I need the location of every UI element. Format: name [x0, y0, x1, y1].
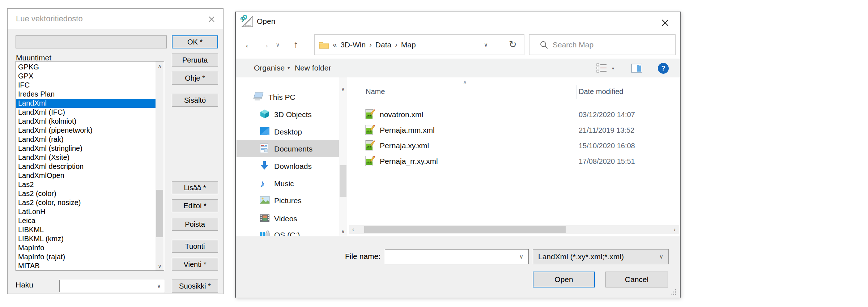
- converter-item[interactable]: LandXmlOpen: [16, 171, 156, 180]
- converter-item[interactable]: LandXml description: [16, 162, 156, 171]
- scrollbar-right-button[interactable]: ›: [670, 225, 679, 234]
- ok-button[interactable]: OK *: [172, 35, 218, 48]
- arrow-right-icon: →: [260, 39, 270, 50]
- converter-item[interactable]: MITAB: [16, 261, 156, 270]
- resize-grip[interactable]: [670, 289, 677, 295]
- search-icon: [540, 40, 548, 49]
- file-row[interactable]: ‹++ Pernaja.xy.xml 15/10/2020 16:08: [349, 138, 679, 153]
- converter-item[interactable]: IFC: [16, 81, 156, 90]
- converter-item[interactable]: Las2: [16, 180, 156, 189]
- close-icon: [661, 18, 669, 27]
- column-header-name[interactable]: Name: [366, 88, 385, 96]
- sidebar-item-3d-objects[interactable]: 3D Objects: [237, 106, 339, 123]
- cancel-button[interactable]: Cancel: [605, 272, 668, 287]
- scrollbar-thumb[interactable]: [340, 165, 346, 197]
- content-button[interactable]: Sisältö: [172, 94, 218, 107]
- converter-item[interactable]: LandXml (Xsite): [16, 153, 156, 162]
- scrollbar-down-button[interactable]: ∨: [156, 261, 164, 270]
- column-divider[interactable]: [576, 85, 577, 99]
- up-button[interactable]: ↑: [289, 34, 303, 55]
- address-bar[interactable]: « 3D-Win › Data › Map ∨ ↻: [314, 34, 524, 55]
- scrollbar-thumb[interactable]: [364, 226, 566, 233]
- sidebar-item-music[interactable]: ♪ Music: [237, 175, 339, 192]
- sidebar-item-os-c[interactable]: OS (C:): [237, 226, 339, 236]
- sidebar-item-pictures[interactable]: Pictures: [237, 192, 339, 209]
- new-folder-button[interactable]: New folder: [295, 59, 331, 77]
- column-header-date-modified[interactable]: Date modified: [579, 88, 623, 96]
- edit-button[interactable]: Editoi *: [172, 199, 218, 212]
- close-button[interactable]: [207, 14, 217, 24]
- refresh-button[interactable]: ↻: [502, 35, 524, 55]
- breadcrumb-segment[interactable]: 3D-Win: [337, 35, 369, 55]
- converter-item[interactable]: LandXml (kolmiot): [16, 117, 156, 126]
- horizontal-scrollbar[interactable]: ‹ ›: [349, 225, 679, 234]
- converter-item[interactable]: LIBKML: [16, 225, 156, 234]
- converter-item[interactable]: LandXml (rak): [16, 135, 156, 144]
- search-box[interactable]: [529, 34, 676, 55]
- breadcrumb-segment[interactable]: Data: [372, 35, 395, 55]
- converter-item[interactable]: MapInfo (rajat): [16, 252, 156, 261]
- converter-item[interactable]: GPX: [16, 72, 156, 81]
- converter-item[interactable]: LIBKML (kmz): [16, 234, 156, 243]
- scrollbar-thumb[interactable]: [156, 190, 163, 237]
- converter-items: GPKG GPX IFC Iredes Plan LandXml LandXml…: [16, 63, 156, 270]
- add-button[interactable]: Lisää *: [172, 181, 218, 194]
- scrollbar-up-button[interactable]: ∧: [339, 85, 347, 94]
- converter-item[interactable]: GPKG: [16, 63, 156, 72]
- sidebar-item-this-pc[interactable]: This PC: [237, 89, 339, 106]
- left-dialog-title: Lue vektoritiedosto: [16, 14, 83, 24]
- chevron-down-icon[interactable]: ∨: [157, 283, 161, 289]
- recent-locations-button[interactable]: ∨: [273, 34, 283, 55]
- file-name-input[interactable]: [387, 250, 514, 263]
- breadcrumb-overflow-chevron[interactable]: «: [329, 40, 337, 49]
- export-button[interactable]: Vienti *: [172, 258, 218, 271]
- os-drive-icon: [260, 230, 271, 236]
- close-button[interactable]: [660, 17, 671, 28]
- converter-item[interactable]: Leica: [16, 216, 156, 225]
- sidebar-item-videos[interactable]: Videos: [237, 210, 339, 227]
- details-view-button[interactable]: [596, 63, 607, 74]
- cancel-button[interactable]: Peruuta: [172, 54, 218, 67]
- converter-item[interactable]: LandXml (stringline): [16, 144, 156, 153]
- search-combobox[interactable]: ∨: [59, 280, 164, 292]
- converter-item[interactable]: Iredes Plan: [16, 90, 156, 99]
- arrow-left-icon: ←: [244, 39, 254, 50]
- delete-button[interactable]: Poista: [172, 218, 218, 231]
- import-button[interactable]: Tuonti: [172, 240, 218, 253]
- scrollbar-down-button[interactable]: ∨: [339, 227, 347, 236]
- computer-icon: [253, 92, 264, 103]
- help-button[interactable]: ?: [658, 63, 669, 74]
- converter-item[interactable]: LatLonH: [16, 207, 156, 216]
- scrollbar-left-button[interactable]: ‹: [349, 225, 358, 234]
- file-row[interactable]: ‹++ novatron.xml 03/12/2020 14:07: [349, 107, 679, 122]
- sidebar-scrollbar[interactable]: ∧ ∨: [339, 77, 347, 236]
- breadcrumb-segment[interactable]: Map: [397, 35, 420, 55]
- converter-item[interactable]: MapInfo: [16, 243, 156, 252]
- view-dropdown-caret-icon[interactable]: ▾: [612, 66, 614, 71]
- address-dropdown-chevron-icon[interactable]: ∨: [484, 42, 488, 48]
- file-type-dropdown[interactable]: LandXml (*.xy*.xml;*.xml) ∨: [533, 249, 669, 264]
- chevron-down-icon[interactable]: ∨: [519, 253, 523, 260]
- sidebar-item-documents[interactable]: Documents: [237, 140, 339, 157]
- converter-item[interactable]: LandXml (pipenetwork): [16, 126, 156, 135]
- file-row[interactable]: ‹++ Pernaja_rr.xy.xml 17/08/2020 15:51: [349, 153, 679, 169]
- converter-item[interactable]: Las2 (color, nosize): [16, 198, 156, 207]
- back-button[interactable]: ←: [242, 34, 256, 55]
- search-input[interactable]: [553, 36, 672, 53]
- preview-pane-button[interactable]: [631, 64, 642, 74]
- help-button[interactable]: Ohje *: [172, 72, 218, 85]
- sidebar-item-desktop[interactable]: Desktop: [237, 123, 339, 140]
- scrollbar-up-button[interactable]: ∧: [156, 61, 164, 71]
- forward-button[interactable]: →: [258, 34, 272, 55]
- favorite-button[interactable]: Suosikki *: [172, 280, 218, 293]
- converter-item[interactable]: LandXml (IFC): [16, 108, 156, 117]
- organise-menu-button[interactable]: Organise ▾: [254, 59, 290, 77]
- converter-list-scrollbar[interactable]: ∧ ∨: [156, 61, 164, 270]
- file-row[interactable]: ‹++ Pernaja.mm.xml 21/11/2019 13:52: [349, 122, 679, 138]
- converter-item-selected[interactable]: LandXml: [16, 99, 156, 108]
- open-button[interactable]: Open: [533, 272, 595, 287]
- search-combobox-input[interactable]: [61, 281, 152, 291]
- sidebar-item-downloads[interactable]: Downloads: [237, 158, 339, 175]
- converter-item[interactable]: Las2 (color): [16, 189, 156, 198]
- file-name-combobox[interactable]: ∨: [385, 249, 529, 264]
